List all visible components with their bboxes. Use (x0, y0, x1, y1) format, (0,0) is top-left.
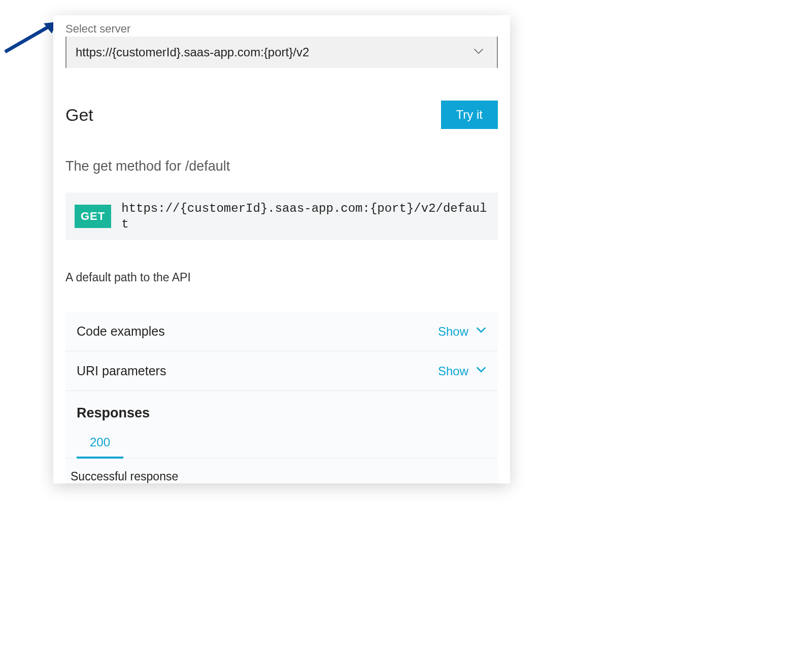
http-method-badge: GET (75, 205, 111, 228)
code-examples-toggle: Show (438, 325, 487, 339)
chevron-down-icon (472, 45, 485, 59)
show-label: Show (438, 364, 468, 378)
svg-line-0 (5, 25, 52, 52)
annotation-arrow-icon (0, 20, 61, 56)
server-select-label: Select server (65, 22, 498, 36)
try-it-button[interactable]: Try it (441, 101, 498, 129)
operation-title: Get (65, 105, 93, 125)
operation-description: A default path to the API (65, 271, 498, 284)
endpoint-url: https://{customerId}.saas-app.com:{port}… (121, 201, 489, 232)
operation-subtitle: The get method for /default (65, 158, 498, 174)
server-select-value: https://{customerId}.saas-app.com:{port}… (76, 45, 309, 59)
show-label: Show (438, 325, 468, 339)
uri-parameters-label: URI parameters (77, 364, 166, 378)
endpoint-box: GET https://{customerId}.saas-app.com:{p… (65, 192, 498, 240)
code-examples-row[interactable]: Code examples Show (65, 312, 498, 351)
server-select[interactable]: https://{customerId}.saas-app.com:{port}… (65, 37, 498, 68)
response-description: Successful response (65, 459, 498, 483)
responses-heading: Responses (65, 391, 498, 426)
code-examples-label: Code examples (77, 324, 165, 339)
chevron-down-icon (476, 325, 487, 339)
chevron-down-icon (476, 364, 487, 378)
accordion: Code examples Show URI parameters Show (65, 312, 498, 483)
uri-parameters-row[interactable]: URI parameters Show (65, 351, 498, 391)
uri-parameters-toggle: Show (438, 364, 487, 378)
response-tabs: 200 (65, 435, 498, 459)
api-method-panel: Select server https://{customerId}.saas-… (53, 15, 510, 483)
response-tab-200[interactable]: 200 (77, 435, 123, 459)
